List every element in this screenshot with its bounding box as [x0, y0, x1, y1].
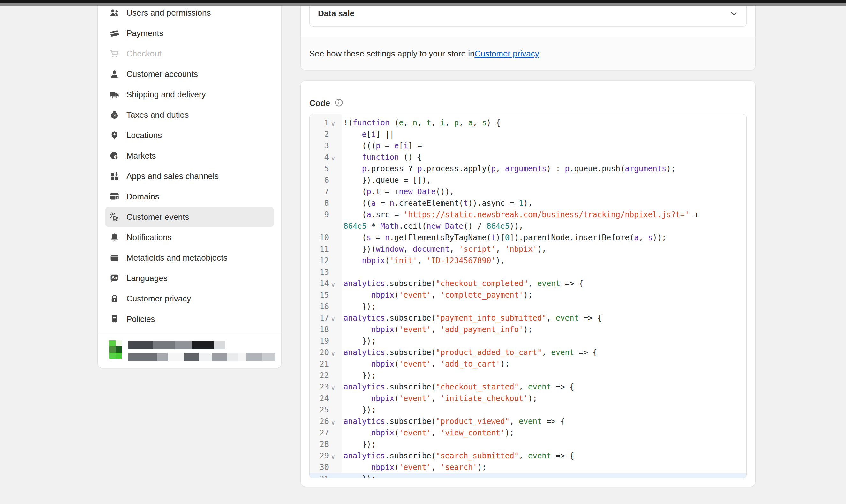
line-number: 11	[310, 244, 329, 255]
sidebar-item-apps-and-sales-channels[interactable]: Apps and sales channels	[105, 166, 274, 186]
sidebar-item-notifications[interactable]: Notifications	[105, 227, 274, 248]
code-line: 5 p.process ? p.process.apply(p, argumen…	[310, 163, 746, 175]
fold-chevron-icon[interactable]: ∨	[331, 417, 339, 428]
sidebar-item-policies[interactable]: Policies	[105, 309, 274, 329]
info-icon[interactable]	[334, 98, 343, 108]
line-number: 20	[310, 347, 329, 358]
sidebar-item-label: Domains	[126, 192, 159, 202]
line-number: 7	[310, 186, 329, 197]
code-title: Code	[309, 98, 330, 108]
line-number: 18	[310, 324, 329, 335]
code-line: 13	[310, 266, 746, 278]
code-line: 12 nbpix('init', 'ID-1234567890'),	[310, 255, 746, 266]
sidebar-item-metafields-and-metaobjects[interactable]: Metafields and metaobjects	[105, 248, 274, 268]
line-number: 22	[310, 370, 329, 381]
line-number: 31	[310, 473, 329, 479]
sidebar-item-payments[interactable]: Payments	[105, 23, 274, 43]
line-number: 19	[310, 335, 329, 347]
code-line: 7 (p.t = +new Date()),	[310, 186, 746, 197]
money-bag-icon: %	[108, 109, 120, 121]
code-line: 29∨analytics.subscribe("search_submitted…	[310, 450, 746, 462]
code-line: 30 nbpix('event', 'search');	[310, 462, 746, 473]
line-number: 28	[310, 438, 329, 450]
code-header: Code	[301, 81, 755, 114]
sidebar-item-label: Markets	[126, 151, 156, 161]
sidebar-item-label: Languages	[126, 273, 168, 283]
line-number: 24	[310, 393, 329, 404]
truck-icon	[108, 89, 120, 100]
svg-text:A: A	[111, 275, 115, 280]
line-number: 23	[310, 381, 329, 393]
privacy-settings-card: Data sale See how these settings apply t…	[301, 6, 755, 70]
users-icon	[108, 7, 120, 18]
code-line: 864e5 * Math.ceil(new Date() / 864e5)),	[310, 220, 746, 232]
code-line: 18 nbpix('event', 'add_payment_info');	[310, 324, 746, 335]
fold-chevron-icon[interactable]: ∨	[331, 382, 339, 394]
sidebar-item-label: Checkout	[126, 49, 161, 59]
sidebar-item-users-and-permissions[interactable]: Users and permissions	[105, 6, 274, 23]
privacy-footer: See how these settings apply to your sto…	[301, 37, 755, 70]
sidebar-item-locations[interactable]: Locations	[105, 125, 274, 145]
privacy-footer-text: See how these settings apply to your sto…	[309, 49, 474, 59]
policies-icon	[108, 313, 120, 325]
cursor-click-icon	[108, 211, 120, 223]
code-line: 15 nbpix('event', 'complete_payment');	[310, 289, 746, 301]
code-line: 27 nbpix('event', 'view_content');	[310, 427, 746, 438]
line-number: 29	[310, 450, 329, 462]
code-line: 28 });	[310, 438, 746, 450]
line-number: 30	[310, 462, 329, 473]
sidebar-item-markets[interactable]: $Markets	[105, 145, 274, 166]
fold-chevron-icon[interactable]: ∨	[331, 313, 339, 325]
code-line: 4∨ function () {	[310, 151, 746, 163]
sidebar-item-label: Payments	[126, 29, 163, 38]
redacted-detail-row	[128, 353, 275, 361]
customer-privacy-link[interactable]: Customer privacy	[474, 49, 539, 59]
line-number: 12	[310, 255, 329, 266]
sidebar-item-label: Customer events	[126, 212, 189, 222]
sidebar-item-label: Users and permissions	[126, 8, 211, 18]
fold-chevron-icon[interactable]: ∨	[331, 152, 339, 164]
sidebar-item-label: Customer accounts	[126, 69, 198, 79]
code-line: 2 e[i] ||	[310, 129, 746, 140]
globe-dollar-icon: $	[108, 150, 120, 161]
window-top-bar	[0, 0, 846, 3]
bell-icon	[108, 232, 120, 243]
sidebar-item-taxes-and-duties[interactable]: %Taxes and duties	[105, 105, 274, 125]
fold-chevron-icon[interactable]: ∨	[331, 451, 339, 463]
sidebar-item-languages[interactable]: ALanguages	[105, 268, 274, 288]
fold-chevron-icon[interactable]: ∨	[331, 348, 339, 359]
store-name-redacted	[128, 341, 275, 361]
svg-text:$: $	[115, 155, 118, 160]
line-number: 5	[310, 163, 329, 175]
sidebar-item-label: Locations	[126, 130, 162, 140]
sidebar-item-label: Notifications	[126, 233, 172, 242]
store-avatar	[109, 340, 122, 359]
line-number: 16	[310, 301, 329, 312]
code-line: 23∨analytics.subscribe("checkout_started…	[310, 381, 746, 393]
line-number: 25	[310, 404, 329, 416]
redacted-name-row	[128, 341, 275, 349]
code-line: 22 });	[310, 370, 746, 381]
cart-icon	[108, 48, 120, 59]
payments-icon	[108, 28, 120, 39]
code-line: 10 (s = n.getElementsByTagName(t)[0]).pa…	[310, 232, 746, 244]
sidebar-item-domains[interactable]: Domains	[105, 186, 274, 207]
fold-chevron-icon[interactable]: ∨	[331, 279, 339, 290]
code-editor[interactable]: 1∨!(function (e, n, t, i, p, a, s) {2 e[…	[309, 114, 747, 479]
sidebar-item-label: Metafields and metaobjects	[126, 253, 228, 263]
sidebar-item-customer-accounts[interactable]: Customer accounts	[105, 64, 274, 84]
sidebar-item-customer-events[interactable]: Customer events	[105, 207, 274, 227]
sidebar-item-shipping-and-delivery[interactable]: Shipping and delivery	[105, 84, 274, 105]
data-sale-label: Data sale	[318, 8, 355, 19]
line-number: 8	[310, 197, 329, 209]
line-number: 21	[310, 358, 329, 370]
metafields-icon	[108, 252, 120, 264]
sidebar-item-customer-privacy[interactable]: Customer privacy	[105, 288, 274, 309]
fold-chevron-icon[interactable]: ∨	[331, 118, 339, 129]
line-number: 9	[310, 209, 329, 220]
code-line: 25 });	[310, 404, 746, 416]
code-line: 3 (((p = e[i] =	[310, 140, 746, 151]
code-line: 20∨analytics.subscribe("product_added_to…	[310, 347, 746, 358]
sidebar-item-checkout[interactable]: Checkout	[105, 43, 274, 64]
data-sale-collapsible[interactable]: Data sale	[309, 6, 747, 27]
